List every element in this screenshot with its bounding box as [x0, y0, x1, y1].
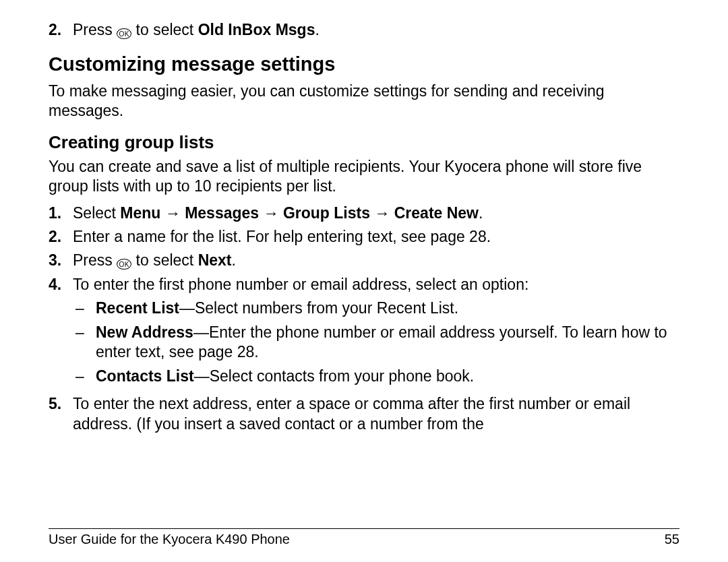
option-body: Recent List—Select numbers from your Rec…	[96, 299, 679, 318]
ok-icon: OK	[117, 28, 131, 39]
heading-customizing: Customizing message settings	[49, 52, 679, 77]
step-number: 1.	[49, 204, 73, 223]
option-body: Contacts List—Select contacts from your …	[96, 367, 679, 386]
menu-path: Menu → Messages → Group Lists → Create N…	[120, 204, 479, 222]
step-item: 1. Select Menu → Messages → Group Lists …	[49, 204, 679, 223]
heading-group-lists: Creating group lists	[49, 131, 679, 154]
option-desc: —Select numbers from your Recent List.	[179, 299, 458, 317]
dash-bullet: –	[73, 323, 96, 363]
page-footer: User Guide for the Kyocera K490 Phone 55	[49, 528, 679, 547]
step-body: To enter the first phone number or email…	[73, 275, 679, 390]
option-body: New Address—Enter the phone number or em…	[96, 323, 679, 363]
footer-title: User Guide for the Kyocera K490 Phone	[49, 532, 290, 547]
list-item: – New Address—Enter the phone number or …	[73, 323, 679, 363]
text: to select	[131, 251, 198, 269]
text: Press	[73, 21, 117, 38]
step-body: Select Menu → Messages → Group Lists → C…	[73, 204, 679, 223]
text: To enter the first phone number or email…	[73, 276, 528, 293]
text: Select	[73, 204, 120, 222]
page-content: 2. Press OK to select Old InBox Msgs. Cu…	[49, 20, 679, 434]
bold-text: Next	[198, 251, 232, 269]
step-number: 2.	[49, 227, 73, 247]
step-item: 2. Enter a name for the list. For help e…	[49, 227, 679, 247]
option-list: – Recent List—Select numbers from your R…	[73, 299, 679, 386]
prior-step-list: 2. Press OK to select Old InBox Msgs.	[49, 20, 679, 40]
bold-text: Old InBox Msgs	[198, 21, 315, 38]
step-body: Enter a name for the list. For help ente…	[73, 227, 679, 247]
step-number: 3.	[49, 251, 73, 270]
dash-bullet: –	[73, 367, 96, 386]
dash-bullet: –	[73, 299, 96, 318]
intro-paragraph: To make messaging easier, you can custom…	[49, 82, 679, 121]
step-body: To enter the next address, enter a space…	[73, 394, 679, 434]
group-intro-paragraph: You can create and save a list of multip…	[49, 157, 679, 197]
ok-icon: OK	[117, 259, 131, 270]
option-name: Recent List	[96, 299, 179, 317]
step-item: 3. Press OK to select Next.	[49, 251, 679, 270]
step-body: Press OK to select Next.	[73, 251, 679, 270]
option-desc: —Select contacts from your phone book.	[194, 367, 475, 385]
text: .	[479, 204, 483, 222]
group-steps-list: 1. Select Menu → Messages → Group Lists …	[49, 204, 679, 434]
option-name: Contacts List	[96, 367, 194, 385]
list-item: – Recent List—Select numbers from your R…	[73, 299, 679, 318]
step-item: 5. To enter the next address, enter a sp…	[49, 394, 679, 434]
step-item: 4. To enter the first phone number or em…	[49, 275, 679, 390]
text: Press	[73, 251, 117, 269]
list-item: – Contacts List—Select contacts from you…	[73, 367, 679, 386]
step-item: 2. Press OK to select Old InBox Msgs.	[49, 20, 679, 40]
step-number: 2.	[49, 20, 73, 40]
option-name: New Address	[96, 323, 193, 341]
text: .	[315, 21, 319, 38]
page-number: 55	[665, 532, 679, 547]
text: to select	[131, 21, 198, 38]
step-body: Press OK to select Old InBox Msgs.	[73, 20, 679, 40]
text: .	[231, 251, 235, 269]
step-number: 4.	[49, 275, 73, 390]
step-number: 5.	[49, 394, 73, 434]
